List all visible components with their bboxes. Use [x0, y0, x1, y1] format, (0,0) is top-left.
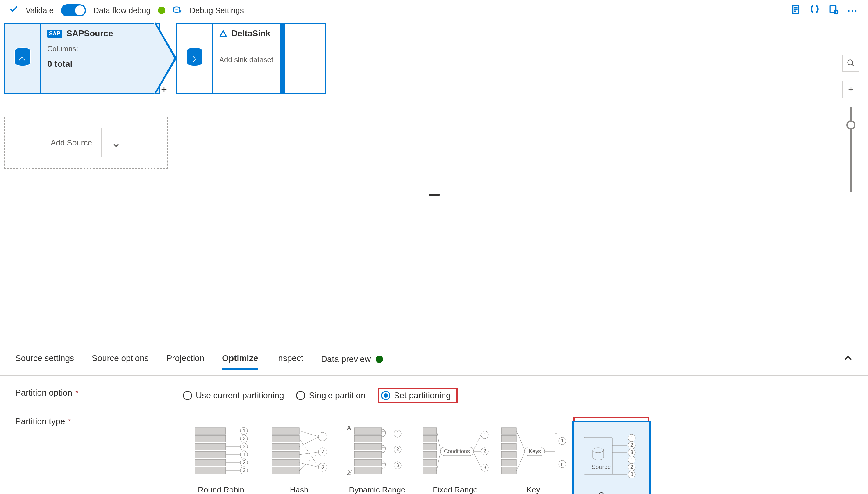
sap-source-node[interactable]: SAPSAPSource Columns: 0 total	[4, 23, 160, 94]
tab-projection[interactable]: Projection	[167, 354, 205, 370]
svg-rect-37	[272, 428, 300, 434]
add-source-label: Add Source	[51, 138, 92, 148]
source-db-icon	[5, 24, 41, 93]
svg-line-45	[300, 437, 319, 447]
svg-rect-41	[272, 459, 300, 466]
radio-use-current[interactable]: Use current partitioning	[183, 391, 284, 400]
svg-text:2: 2	[396, 447, 399, 452]
svg-text:1: 1	[321, 434, 324, 439]
tile-round-robin[interactable]: 1 2 3 2 3 1 Round Robin	[183, 417, 259, 494]
svg-rect-93	[501, 459, 517, 466]
svg-rect-72	[423, 443, 437, 450]
partition-option-label: Partition option	[15, 388, 72, 398]
tile-dynamic-range[interactable]: AZ 1 2 3 Dynamic Range	[339, 417, 415, 494]
svg-text:n: n	[561, 461, 564, 467]
debug-toggle[interactable]	[61, 4, 86, 17]
sap-node-title: SAPSource	[66, 28, 113, 38]
svg-point-11	[848, 60, 853, 65]
svg-text:1: 1	[243, 452, 246, 457]
svg-rect-92	[501, 451, 517, 458]
tab-data-preview[interactable]: Data preview	[321, 354, 383, 370]
svg-text:3: 3	[631, 450, 633, 455]
svg-line-46	[300, 452, 319, 455]
delta-node-subtitle: Add sink dataset	[219, 56, 273, 64]
tile-source[interactable]: Source 1 2 3 1 2 3 Source	[572, 420, 651, 494]
svg-rect-17	[195, 459, 226, 466]
add-step-button[interactable]: +	[161, 83, 167, 95]
debug-status-icon	[158, 7, 165, 14]
delta-sink-node[interactable]: DeltaSink Add sink dataset	[176, 23, 326, 94]
svg-text:2: 2	[321, 449, 324, 454]
tab-source-settings[interactable]: Source settings	[15, 354, 74, 370]
collapse-panel-button[interactable]	[844, 354, 853, 365]
tab-source-options[interactable]: Source options	[92, 354, 149, 370]
svg-rect-74	[423, 459, 437, 466]
svg-text:2: 2	[484, 449, 486, 454]
radio-set-partitioning[interactable]: Set partitioning	[381, 391, 451, 400]
delta-icon	[219, 30, 227, 38]
svg-rect-90	[501, 435, 517, 442]
svg-line-12	[852, 64, 854, 66]
add-canvas-button[interactable]: +	[842, 81, 860, 98]
svg-text:3: 3	[631, 472, 633, 477]
tab-inspect[interactable]: Inspect	[276, 354, 303, 370]
document-gear-icon[interactable]	[828, 4, 839, 17]
tile-label-round-robin: Round Robin	[183, 481, 259, 494]
svg-text:1: 1	[484, 432, 486, 437]
source-tile-caption: Source	[592, 463, 611, 470]
add-source-button[interactable]: Add Source ⌄	[4, 117, 168, 169]
document-icon[interactable]	[791, 4, 801, 17]
sap-logo-icon: SAP	[47, 30, 62, 38]
svg-text:2: 2	[631, 464, 633, 470]
tile-fixed-range[interactable]: Conditions 1 2 3 Fixed Range	[417, 417, 493, 494]
svg-rect-62	[354, 459, 382, 466]
chevron-down-icon[interactable]: ⌄	[111, 136, 121, 150]
tile-label-source: Source	[574, 487, 649, 494]
svg-line-97	[517, 431, 524, 450]
code-braces-icon[interactable]	[809, 4, 820, 17]
toolbar-right: ⋯	[791, 4, 859, 17]
svg-text:Keys: Keys	[529, 448, 541, 454]
svg-rect-42	[272, 467, 300, 474]
svg-rect-75	[423, 467, 437, 474]
detail-tabs: Source settings Source options Projectio…	[0, 173, 868, 370]
radio-single-partition[interactable]: Single partition	[296, 391, 365, 400]
svg-line-98	[517, 453, 524, 471]
svg-rect-71	[423, 435, 437, 442]
optimize-form: Partition option* Use current partitioni…	[0, 376, 868, 494]
delta-node-title: DeltaSink	[231, 28, 270, 38]
svg-rect-89	[501, 428, 517, 434]
svg-rect-15	[195, 443, 226, 450]
tile-source-highlight: Source 1 2 3 1 2 3 Source	[573, 417, 650, 494]
svg-text:1: 1	[243, 428, 246, 433]
svg-text:1: 1	[631, 435, 633, 440]
tile-key[interactable]: Keys 1 ... n Key	[495, 417, 571, 494]
tab-optimize[interactable]: Optimize	[222, 354, 258, 370]
svg-line-80	[474, 435, 481, 450]
svg-line-79	[437, 453, 440, 471]
svg-text:2: 2	[243, 460, 246, 465]
search-canvas-button[interactable]	[842, 55, 860, 72]
svg-line-48	[300, 452, 319, 471]
svg-rect-39	[272, 443, 300, 450]
svg-text:1: 1	[396, 431, 399, 436]
svg-rect-59	[354, 435, 382, 442]
tile-label-fixed-range: Fixed Range	[418, 481, 493, 494]
tile-label-key: Key	[496, 481, 571, 494]
svg-text:3: 3	[243, 444, 246, 449]
validate-button[interactable]: Validate	[26, 6, 54, 15]
svg-rect-58	[354, 428, 382, 434]
partition-type-tiles: 1 2 3 2 3 1 Round Robin 1	[183, 417, 650, 494]
more-icon[interactable]: ⋯	[847, 4, 859, 17]
tile-hash[interactable]: 1 2 3 Hash	[261, 417, 337, 494]
svg-text:1: 1	[631, 457, 633, 462]
tile-label-dynamic-range: Dynamic Range	[339, 481, 415, 494]
svg-text:3: 3	[396, 462, 399, 468]
sink-db-icon	[177, 24, 212, 93]
debug-settings-button[interactable]: Debug Settings	[190, 6, 244, 15]
svg-line-82	[474, 453, 481, 468]
svg-rect-16	[195, 451, 226, 458]
svg-text:1: 1	[561, 438, 564, 443]
svg-rect-70	[423, 428, 437, 434]
svg-text:2: 2	[243, 436, 246, 441]
